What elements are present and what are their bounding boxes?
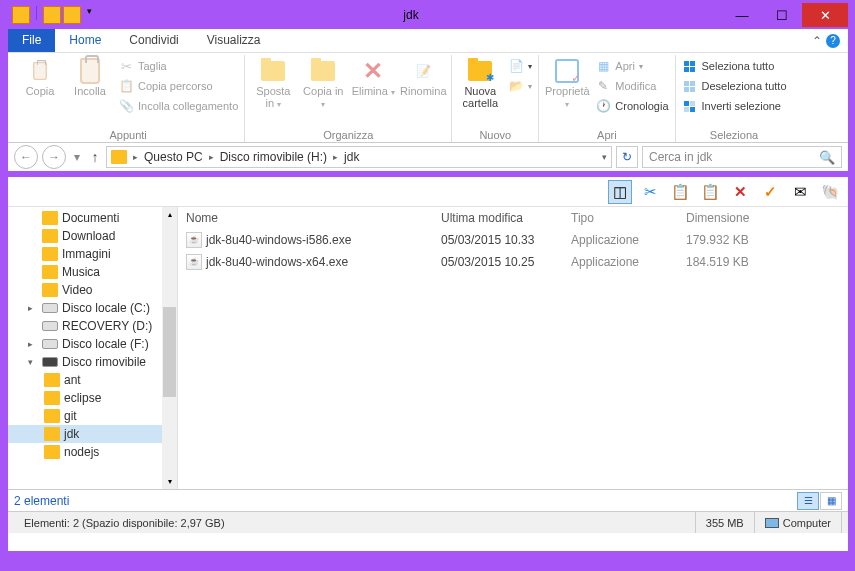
tree-disk-f[interactable]: ▸Disco locale (F:) bbox=[8, 335, 177, 353]
title-bar: ▾ jdk — ☐ ✕ bbox=[8, 1, 848, 29]
tree-images[interactable]: Immagini bbox=[8, 245, 177, 263]
file-size: 184.519 KB bbox=[678, 253, 768, 271]
ribbon-tabs: File Home Condividi Visualizza ⌃ ? bbox=[8, 29, 848, 53]
tree-documents[interactable]: Documenti bbox=[8, 209, 177, 227]
col-name[interactable]: Nome bbox=[178, 207, 433, 229]
close-button[interactable]: ✕ bbox=[802, 3, 848, 27]
copy-to-button[interactable]: Copia in ▾ bbox=[299, 55, 347, 112]
cut-button[interactable]: Taglia bbox=[116, 57, 240, 75]
view-details-button[interactable]: ☰ bbox=[797, 492, 819, 510]
exe-icon bbox=[186, 232, 202, 248]
tool-check-icon[interactable]: ✓ bbox=[758, 180, 782, 204]
paste-link-button[interactable]: 📎Incolla collegamento bbox=[116, 97, 240, 115]
new-folder-button[interactable]: Nuova cartella bbox=[456, 55, 504, 111]
file-name: jdk-8u40-windows-x64.exe bbox=[206, 255, 348, 269]
minimize-ribbon-button[interactable]: ⌃ bbox=[812, 34, 822, 48]
col-modified[interactable]: Ultima modifica bbox=[433, 207, 563, 229]
status-size: 355 MB bbox=[696, 512, 755, 533]
tree-scrollbar[interactable]: ▴ ▾ bbox=[162, 207, 177, 489]
tool-paste-icon[interactable]: 📋 bbox=[698, 180, 722, 204]
select-all-button[interactable]: Seleziona tutto bbox=[680, 57, 789, 75]
tool-mail-icon[interactable]: ✉ bbox=[788, 180, 812, 204]
tree-recovery[interactable]: RECOVERY (D:) bbox=[8, 317, 177, 335]
tree-jdk[interactable]: jdk bbox=[8, 425, 177, 443]
tool-delete-icon[interactable]: ✕ bbox=[728, 180, 752, 204]
breadcrumb-root[interactable]: Questo PC bbox=[140, 150, 207, 164]
tab-home[interactable]: Home bbox=[55, 29, 115, 52]
copy-path-button[interactable]: 📋Copia percorso bbox=[116, 77, 240, 95]
search-placeholder: Cerca in jdk bbox=[649, 150, 712, 164]
maximize-button[interactable]: ☐ bbox=[762, 3, 802, 27]
tool-copy-icon[interactable]: 📋 bbox=[668, 180, 692, 204]
column-headers: Nome Ultima modifica Tipo Dimensione bbox=[178, 207, 848, 229]
ribbon: Copia Incolla Taglia 📋Copia percorso 📎In… bbox=[8, 53, 848, 143]
file-type: Applicazione bbox=[563, 253, 678, 271]
tree-download[interactable]: Download bbox=[8, 227, 177, 245]
easy-access-button[interactable]: 📂▾ bbox=[506, 77, 534, 95]
select-none-button[interactable]: Deseleziona tutto bbox=[680, 77, 789, 95]
tool-panes-icon[interactable]: ◫ bbox=[608, 180, 632, 204]
refresh-button[interactable]: ↻ bbox=[616, 146, 638, 168]
tree-removable[interactable]: ▾Disco rimovibile bbox=[8, 353, 177, 371]
properties-button[interactable]: Proprietà ▾ bbox=[543, 55, 591, 112]
file-type: Applicazione bbox=[563, 231, 678, 249]
minimize-button[interactable]: — bbox=[722, 3, 762, 27]
file-row[interactable]: jdk-8u40-windows-x64.exe05/03/2015 10.25… bbox=[178, 251, 848, 273]
tool-shell-icon[interactable]: 🐚 bbox=[818, 180, 842, 204]
app-icon bbox=[12, 6, 30, 24]
open-button[interactable]: ▦Apri ▾ bbox=[593, 57, 670, 75]
search-icon: 🔍 bbox=[819, 150, 835, 165]
col-type[interactable]: Tipo bbox=[563, 207, 678, 229]
rename-button[interactable]: 📝Rinomina bbox=[399, 55, 447, 99]
recent-dropdown[interactable]: ▾ bbox=[70, 145, 84, 169]
paste-button[interactable]: Incolla bbox=[66, 55, 114, 99]
qat-dropdown[interactable]: ▾ bbox=[83, 6, 96, 24]
nav-bar: ← → ▾ ↑ ▸ Questo PC ▸ Disco rimovibile (… bbox=[8, 143, 848, 177]
file-list[interactable]: Nome Ultima modifica Tipo Dimensione jdk… bbox=[178, 207, 848, 489]
file-name: jdk-8u40-windows-i586.exe bbox=[206, 233, 351, 247]
history-button[interactable]: 🕐Cronologia bbox=[593, 97, 670, 115]
tool-cut-icon[interactable]: ✂ bbox=[638, 180, 662, 204]
address-bar[interactable]: ▸ Questo PC ▸ Disco rimovibile (H:) ▸ jd… bbox=[106, 146, 612, 168]
status-detail: Elementi: 2 (Spazio disponibile: 2,97 GB… bbox=[14, 512, 696, 533]
explorer-window: ▾ jdk — ☐ ✕ File Home Condividi Visualiz… bbox=[7, 0, 849, 552]
breadcrumb-drive[interactable]: Disco rimovibile (H:) bbox=[216, 150, 331, 164]
copy-button[interactable]: Copia bbox=[16, 55, 64, 99]
qat-properties-icon[interactable] bbox=[43, 6, 61, 24]
tree-video[interactable]: Video bbox=[8, 281, 177, 299]
breadcrumb-folder[interactable]: jdk bbox=[340, 150, 363, 164]
status-bar-1: 2 elementi ☰ ▦ bbox=[8, 489, 848, 511]
invert-selection-button[interactable]: Inverti selezione bbox=[680, 97, 789, 115]
file-row[interactable]: jdk-8u40-windows-i586.exe05/03/2015 10.3… bbox=[178, 229, 848, 251]
file-modified: 05/03/2015 10.33 bbox=[433, 231, 563, 249]
tab-file[interactable]: File bbox=[8, 29, 55, 52]
forward-button[interactable]: → bbox=[42, 145, 66, 169]
up-button[interactable]: ↑ bbox=[88, 145, 102, 169]
tab-share[interactable]: Condividi bbox=[115, 29, 192, 52]
monitor-icon bbox=[765, 518, 779, 528]
view-icons-button[interactable]: ▦ bbox=[820, 492, 842, 510]
address-dropdown[interactable]: ▾ bbox=[602, 152, 607, 162]
edit-button[interactable]: ✎Modifica bbox=[593, 77, 670, 95]
tree-music[interactable]: Musica bbox=[8, 263, 177, 281]
tree-nodejs[interactable]: nodejs bbox=[8, 443, 177, 461]
back-button[interactable]: ← bbox=[14, 145, 38, 169]
qat-newfolder-icon[interactable] bbox=[63, 6, 81, 24]
search-input[interactable]: Cerca in jdk 🔍 bbox=[642, 146, 842, 168]
exe-icon bbox=[186, 254, 202, 270]
nav-tree[interactable]: Documenti Download Immagini Musica Video… bbox=[8, 207, 178, 489]
tree-disk-c[interactable]: ▸Disco locale (C:) bbox=[8, 299, 177, 317]
tab-view[interactable]: Visualizza bbox=[193, 29, 275, 52]
tree-ant[interactable]: ant bbox=[8, 371, 177, 389]
content-area: Documenti Download Immagini Musica Video… bbox=[8, 207, 848, 489]
new-item-button[interactable]: 📄▾ bbox=[506, 57, 534, 75]
move-to-button[interactable]: Sposta in ▾ bbox=[249, 55, 297, 112]
col-size[interactable]: Dimensione bbox=[678, 207, 768, 229]
tree-git[interactable]: git bbox=[8, 407, 177, 425]
folder-icon bbox=[111, 150, 127, 164]
tree-eclipse[interactable]: eclipse bbox=[8, 389, 177, 407]
status-computer: Computer bbox=[755, 512, 842, 533]
status-bar-2: Elementi: 2 (Spazio disponibile: 2,97 GB… bbox=[8, 511, 848, 533]
help-icon[interactable]: ? bbox=[826, 34, 840, 48]
delete-button[interactable]: ✕Elimina ▾ bbox=[349, 55, 397, 100]
